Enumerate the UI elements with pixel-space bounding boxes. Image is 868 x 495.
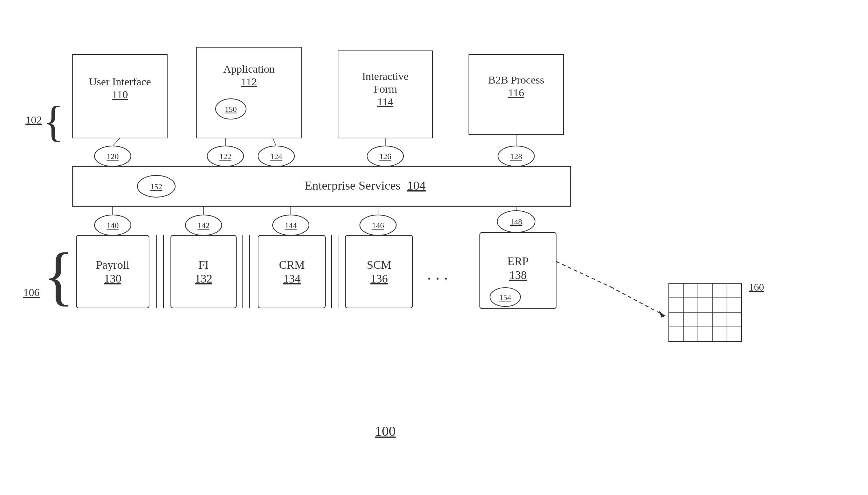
oval-144-label: 144 (285, 221, 297, 230)
oval-120-label: 120 (107, 152, 119, 161)
dashed-line-2 (611, 287, 665, 316)
brace-bottom-symbol: { (43, 240, 74, 312)
crm-box (258, 235, 325, 308)
app-box (196, 47, 302, 138)
form-box-title2: Form (373, 83, 397, 95)
oval-124-label: 124 (270, 152, 282, 161)
grid-label: 160 (749, 281, 764, 293)
ui-box-number: 110 (112, 88, 128, 100)
crm-title: CRM (279, 258, 305, 271)
b2b-box-title: B2B Process (488, 74, 544, 86)
form-box-number: 114 (377, 96, 393, 107)
brace-bottom-label: 106 (23, 286, 40, 298)
dots: . . . (427, 265, 448, 283)
oval-122-label: 122 (220, 152, 232, 161)
scm-title: SCM (367, 258, 391, 271)
oval-128-label: 128 (510, 152, 522, 161)
payroll-number: 130 (104, 272, 121, 285)
oval-146-label: 146 (372, 221, 384, 230)
crm-number: 134 (283, 272, 301, 285)
erp-title: ERP (507, 255, 529, 268)
fi-box (171, 235, 236, 308)
scm-box (345, 235, 413, 308)
oval-126-label: 126 (379, 152, 391, 161)
app-box-title: Application (223, 63, 275, 75)
brace-top-label: 102 (25, 114, 42, 126)
oval-150-label: 150 (225, 105, 237, 114)
dashed-line-1 (556, 261, 611, 287)
fig-label: 100 (375, 423, 396, 439)
erp-number: 138 (509, 268, 527, 281)
es-bar-title: Enterprise Services (305, 179, 400, 192)
ui-box-title1: User Interface (89, 76, 151, 88)
form-box-title1: Interactive (362, 70, 409, 82)
brace-top-symbol: { (43, 97, 64, 146)
scm-number: 136 (370, 272, 388, 285)
line-app-124 (273, 138, 276, 146)
oval-148-label: 148 (510, 217, 522, 226)
oval-140-label: 140 (107, 221, 119, 230)
oval-154-label: 154 (499, 293, 511, 302)
oval-152-label: 152 (150, 182, 162, 191)
app-box-number: 112 (241, 76, 257, 88)
diagram-svg: { 102 { 106 User Interface 110 Applicati… (0, 0, 868, 495)
line-ui-120 (113, 138, 120, 146)
oval-142-label: 142 (198, 221, 210, 230)
es-bar-number: 104 (407, 179, 426, 192)
b2b-box-number: 116 (508, 86, 524, 98)
fi-title: FI (198, 258, 209, 271)
payroll-box (76, 235, 149, 308)
fi-number: 132 (195, 272, 212, 285)
payroll-title: Payroll (96, 258, 130, 271)
arrow-head (659, 311, 665, 318)
